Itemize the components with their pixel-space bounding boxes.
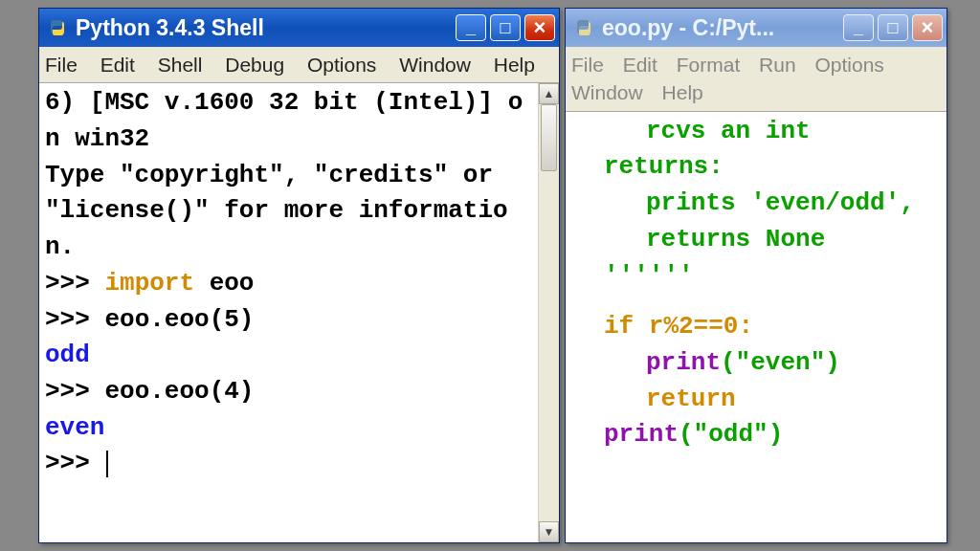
minimize-button[interactable]: _ xyxy=(843,14,874,41)
python-icon xyxy=(47,17,68,38)
python-icon xyxy=(573,17,594,38)
call-expr: eoo.eoo(4) xyxy=(104,377,254,406)
return-keyword: return xyxy=(646,385,736,413)
menu-help[interactable]: Help xyxy=(494,54,535,76)
docstring-line: returns: xyxy=(604,149,941,186)
docstring-line: rcvs an int xyxy=(604,114,941,150)
text-cursor xyxy=(106,451,108,477)
shell-titlebar[interactable]: Python 3.4.3 Shell _ □ × xyxy=(39,9,559,47)
banner-line: 6) [MSC v.1600 32 bit (Intel)] on win32 xyxy=(45,85,532,157)
editor-window-controls: _ □ × xyxy=(843,14,943,41)
editor-content[interactable]: rcvs an int returns: prints 'even/odd', … xyxy=(566,112,947,542)
scroll-track[interactable] xyxy=(539,104,559,521)
menu-run[interactable]: Run xyxy=(759,54,796,76)
shell-window: Python 3.4.3 Shell _ □ × File Edit Shell… xyxy=(38,8,560,543)
shell-line: >>> import eoo xyxy=(45,266,532,302)
code-line: print("odd") xyxy=(604,417,941,453)
close-button[interactable]: × xyxy=(524,14,555,41)
docstring-end: '''''' xyxy=(604,258,941,295)
menu-file[interactable]: File xyxy=(45,54,78,76)
prompt: >>> xyxy=(45,377,104,406)
prompt: >>> xyxy=(45,269,104,298)
docstring-line: prints 'even/odd', xyxy=(604,186,941,222)
code-line: if r%2==0: xyxy=(604,309,941,345)
shell-window-controls: _ □ × xyxy=(456,14,555,41)
string-literal: ("odd") xyxy=(679,420,783,449)
editor-titlebar[interactable]: eoo.py - C:/Pyt... _ □ × xyxy=(566,9,947,47)
menu-window[interactable]: Window xyxy=(571,81,643,103)
shell-content-wrap: 6) [MSC v.1600 32 bit (Intel)] on win32 … xyxy=(39,82,559,542)
shell-output: even xyxy=(45,410,532,447)
shell-title: Python 3.4.3 Shell xyxy=(76,15,456,41)
menu-format[interactable]: Format xyxy=(677,54,741,76)
scroll-thumb[interactable] xyxy=(541,104,557,171)
call-expr: eoo.eoo(5) xyxy=(104,305,254,334)
scroll-down-icon[interactable]: ▼ xyxy=(539,521,559,542)
menu-help[interactable]: Help xyxy=(662,81,703,103)
shell-output: odd xyxy=(45,338,532,374)
close-button[interactable]: × xyxy=(912,14,943,41)
shell-menubar: File Edit Shell Debug Options Window Hel… xyxy=(39,47,559,82)
menu-shell[interactable]: Shell xyxy=(158,54,203,76)
shell-line: >>> xyxy=(45,446,532,482)
menu-edit[interactable]: Edit xyxy=(100,54,135,76)
if-head: if r%2==0: xyxy=(604,312,753,341)
import-keyword: import xyxy=(104,269,194,298)
menu-edit[interactable]: Edit xyxy=(623,54,657,76)
shell-line: >>> eoo.eoo(5) xyxy=(45,302,532,339)
print-fn: print xyxy=(646,348,721,377)
minimize-button[interactable]: _ xyxy=(456,14,486,41)
import-module: eoo xyxy=(194,269,254,298)
editor-window: eoo.py - C:/Pyt... _ □ × File Edit Forma… xyxy=(565,8,947,543)
prompt: >>> xyxy=(45,449,104,477)
prompt: >>> xyxy=(45,305,104,334)
menu-file[interactable]: File xyxy=(571,54,604,76)
string-literal: ("even") xyxy=(721,348,840,377)
scroll-up-icon[interactable]: ▲ xyxy=(539,83,559,104)
blank-line xyxy=(604,294,941,309)
menu-window[interactable]: Window xyxy=(399,54,471,76)
menu-options[interactable]: Options xyxy=(814,54,883,76)
banner-line: Type "copyright", "credits" or "license(… xyxy=(45,158,532,266)
maximize-button[interactable]: □ xyxy=(878,14,908,41)
print-fn: print xyxy=(604,420,679,449)
menu-debug[interactable]: Debug xyxy=(225,54,284,76)
editor-menubar: File Edit Format Run Options Window Help xyxy=(566,47,947,111)
shell-scrollbar[interactable]: ▲ ▼ xyxy=(538,83,559,542)
shell-content[interactable]: 6) [MSC v.1600 32 bit (Intel)] on win32 … xyxy=(39,83,538,542)
code-line: return xyxy=(604,382,941,418)
shell-line: >>> eoo.eoo(4) xyxy=(45,374,532,410)
editor-title: eoo.py - C:/Pyt... xyxy=(602,15,843,41)
code-line: print("even") xyxy=(604,345,941,382)
maximize-button[interactable]: □ xyxy=(490,14,521,41)
docstring-line: returns None xyxy=(604,222,941,258)
menu-options[interactable]: Options xyxy=(307,54,376,76)
editor-content-wrap: rcvs an int returns: prints 'even/odd', … xyxy=(566,111,947,542)
